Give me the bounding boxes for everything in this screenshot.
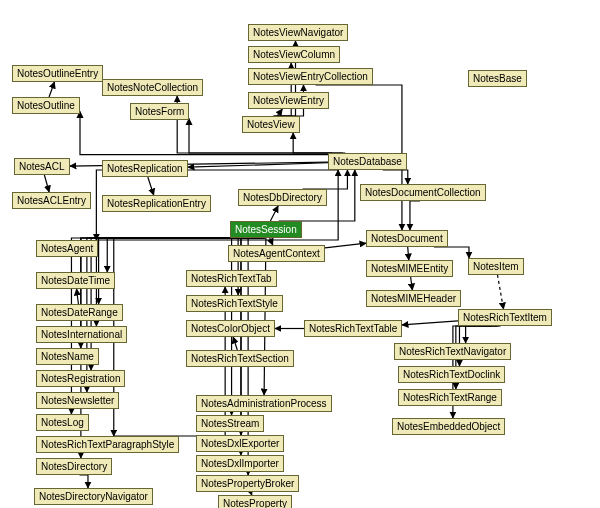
edge-NotesItem-NotesRichTextItem (498, 275, 504, 309)
node-notesmimeheader: NotesMIMEHeader (366, 290, 461, 307)
node-notesoutline: NotesOutline (12, 97, 80, 114)
node-notesagent: NotesAgent (36, 240, 98, 257)
edge-NotesDbDirectory-NotesDatabase (303, 170, 348, 189)
node-notesdirectorynavigator: NotesDirectoryNavigator (34, 488, 153, 505)
node-notesmimeentity: NotesMIMEEntity (366, 260, 453, 277)
node-notesrichtexttab: NotesRichTextTab (186, 270, 277, 287)
edge-NotesDocument-NotesMIMEEntity (408, 247, 409, 260)
node-notesacl: NotesACL (14, 158, 70, 175)
node-notespropertybroker: NotesPropertyBroker (196, 475, 299, 492)
node-notesdaterange: NotesDateRange (36, 304, 123, 321)
edge-NotesDirectory-NotesDirectoryNavigator (80, 475, 88, 488)
node-notesviewnavigator: NotesViewNavigator (248, 24, 348, 41)
edge-NotesDatabase-NotesView (293, 133, 345, 153)
node-notesoutlineentry: NotesOutlineEntry (12, 65, 103, 82)
edge-NotesRichTextItem-NotesRichTextNavigator (466, 326, 492, 343)
node-notesstream: NotesStream (196, 415, 264, 432)
node-notesrichtextrange: NotesRichTextRange (398, 389, 502, 406)
edge-NotesDocument-NotesItem (434, 247, 469, 258)
node-notesrichtextparagraphstyle: NotesRichTextParagraphStyle (36, 436, 179, 453)
node-notesagentcontext: NotesAgentContext (228, 245, 325, 262)
node-notesdxlimporter: NotesDxlImporter (196, 455, 284, 472)
node-notesregistration: NotesRegistration (36, 370, 125, 387)
node-notesviewentry: NotesViewEntry (248, 92, 329, 109)
node-notesviewcolumn: NotesViewColumn (248, 46, 340, 63)
node-notesdatetime: NotesDateTime (36, 272, 115, 289)
edge-NotesSession-NotesDbDirectory (270, 206, 278, 221)
edge-NotesReplication-NotesReplicationEntry (148, 177, 154, 195)
node-notesrichtextstyle: NotesRichTextStyle (186, 295, 283, 312)
node-notesviewentrycollection: NotesViewEntryCollection (248, 68, 373, 85)
edge-NotesMIMEEntity-NotesMIMEHeader (411, 277, 413, 290)
node-notesnotecollection: NotesNoteCollection (102, 79, 203, 96)
node-noteslog: NotesLog (36, 414, 89, 431)
node-notesrichtextsection: NotesRichTextSection (186, 350, 294, 367)
edge-NotesAgentContext-NotesDocument (325, 243, 366, 248)
node-notesdxlexporter: NotesDxlExporter (196, 435, 284, 452)
edge-NotesView-NotesViewEntry (277, 109, 282, 116)
node-notesdocumentcollection: NotesDocumentCollection (360, 184, 486, 201)
node-notesnewsletter: NotesNewsletter (36, 392, 119, 409)
node-notesrichtexttable: NotesRichTextTable (304, 320, 402, 337)
node-notesitem: NotesItem (468, 258, 524, 275)
edge-NotesDateRange-NotesDateTime (77, 289, 79, 304)
node-notesview: NotesView (242, 116, 300, 133)
node-notesrichtextdoclink: NotesRichTextDoclink (398, 366, 505, 383)
edge-NotesACL-NotesACLEntry (44, 175, 49, 192)
node-notesname: NotesName (36, 348, 99, 365)
node-notesreplication: NotesReplication (102, 160, 188, 177)
node-notesreplicationentry: NotesReplicationEntry (102, 195, 211, 212)
edge-NotesSession-NotesAgentContext (270, 238, 273, 245)
node-notesadministrationprocess: NotesAdministrationProcess (196, 395, 332, 412)
node-notesembeddedobject: NotesEmbeddedObject (392, 418, 505, 435)
node-notesdocument: NotesDocument (366, 230, 448, 247)
node-notessession: NotesSession (230, 221, 302, 238)
node-notesdatabase: NotesDatabase (328, 153, 407, 170)
node-notesbase: NotesBase (468, 70, 527, 87)
node-notesproperty: NotesProperty (218, 495, 292, 508)
node-notesinternational: NotesInternational (36, 326, 127, 343)
node-notesdirectory: NotesDirectory (36, 458, 112, 475)
edge-NotesRichTextItem-NotesRichTextTable (402, 321, 458, 325)
edge-NotesOutline-NotesOutlineEntry (49, 82, 54, 97)
edge-NotesSession-NotesDateTime (107, 238, 234, 272)
edge-NotesDatabase-NotesReplication (188, 163, 328, 167)
node-notescolorobject: NotesColorObject (186, 320, 275, 337)
edge-NotesDocumentCollection-NotesDocument (410, 201, 420, 230)
node-notesrichtextnavigator: NotesRichTextNavigator (394, 343, 511, 360)
node-notesform: NotesForm (130, 103, 189, 120)
node-notesdbdirectory: NotesDbDirectory (238, 189, 327, 206)
node-notesaclentry: NotesACLEntry (12, 192, 91, 209)
edge-NotesRichTextSection-NotesColorObject (233, 337, 237, 350)
edge-NotesDatabase-NotesDocumentCollection (383, 170, 408, 184)
node-notesrichtextitem: NotesRichTextItem (458, 309, 552, 326)
